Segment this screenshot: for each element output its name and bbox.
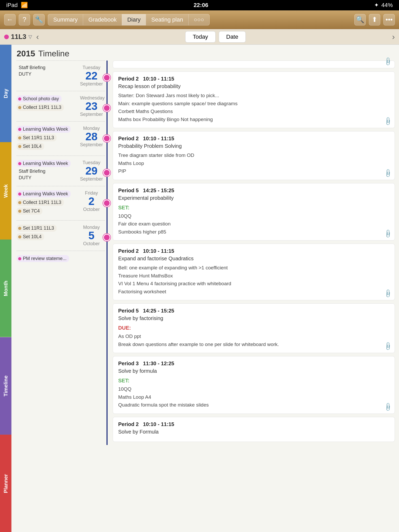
- lesson-card-oct2-2[interactable]: Period 3 11:30 - 12:25 Solve by formula …: [113, 356, 395, 414]
- year-label: 2015: [17, 49, 35, 58]
- lesson-title: Solve by factorising: [118, 315, 389, 321]
- date-section-inner-oct2: Learning Walks Week Collect 11R1 11L3 Se…: [11, 186, 105, 220]
- date-section-inner-oct5: Set 11R1 11L3 Set 10L4 Monday 5 October: [11, 221, 105, 251]
- lesson-title: Solve by formula: [118, 368, 389, 374]
- event-learning-walks-3: Learning Walks Week: [17, 190, 71, 197]
- left-events-sep28: Learning Walks Week Set 11R1 11L3 Set 10…: [11, 122, 79, 156]
- date-label-sep22: Tuesday 22 September: [79, 61, 104, 91]
- date-button[interactable]: Date: [219, 31, 246, 43]
- date-section-sep29: Learning Walks Week Staff Briefing DUTY: [11, 156, 105, 186]
- search-button[interactable]: 🔍: [354, 14, 366, 25]
- status-bar: iPad 📶 22:06 ✦ 44%: [0, 0, 399, 10]
- event-label: Set 11R1 11L3: [23, 225, 54, 231]
- next-button[interactable]: ›: [392, 32, 395, 42]
- dot-tan: [18, 227, 21, 230]
- lesson-period: Period 2 10:10 - 11:15: [118, 421, 389, 427]
- lesson-card-partial: 📎: [113, 61, 395, 68]
- sidebar-item-timeline[interactable]: Timeline: [0, 337, 11, 435]
- timeline-dot-oct5: [103, 234, 110, 241]
- set-label: SET:: [118, 204, 389, 211]
- timeline-body: Staff Briefing DUTY Tuesday 22 September: [11, 61, 399, 445]
- lesson-body: Bell: one example of expanding with >1 c…: [118, 264, 389, 295]
- help-button[interactable]: ?: [19, 14, 30, 25]
- tab-gradebook[interactable]: Gradebook: [83, 14, 122, 25]
- date-label-oct5: Monday 5 October: [79, 221, 104, 251]
- lesson-period: Period 5 14:25 - 15:25: [118, 308, 389, 314]
- date-section-oct5: Set 11R1 11L3 Set 10L4 Monday 5 October: [11, 220, 105, 251]
- due-label: DUE:: [118, 324, 389, 332]
- lesson-card-sep22-1[interactable]: Period 2 10:10 - 11:15 Recap lesson of p…: [113, 71, 395, 128]
- overflow-button[interactable]: •••: [383, 14, 395, 25]
- dot-tan: [18, 145, 21, 148]
- event-label: DUTY: [19, 175, 31, 181]
- date-section-sep22: Staff Briefing DUTY Tuesday 22 September: [11, 61, 105, 91]
- lesson-title: Solve by Formula: [118, 429, 389, 435]
- tab-seating-plan[interactable]: Seating plan: [146, 14, 188, 25]
- event-label: Set 10L4: [23, 234, 42, 240]
- tab-diary[interactable]: Diary: [122, 14, 146, 25]
- set-label: SET:: [118, 377, 389, 384]
- timeline-dot-sep29: [103, 169, 110, 176]
- tab-summary[interactable]: Summary: [48, 14, 83, 25]
- date-section-inner-sep23: School photo day Collect 11R1 11L3 Wedne…: [11, 91, 105, 121]
- lesson-card-oct5-1[interactable]: Period 2 10:10 - 11:15 Solve by Formula: [113, 417, 395, 442]
- status-left: iPad 📶: [6, 2, 28, 9]
- lesson-period: Period 2 10:10 - 11:15: [118, 136, 389, 142]
- lesson-card-sep28-1[interactable]: Period 5 14:25 - 15:25 Experimental prob…: [113, 183, 395, 241]
- event-label: Collect 11R1 11L3: [23, 200, 61, 205]
- event-set-11r1: Set 11R1 11L3: [17, 134, 57, 141]
- lesson-card-sep29-1[interactable]: Period 2 10:10 - 11:15 Expand and factor…: [113, 244, 395, 300]
- tab-more[interactable]: ○○○: [188, 14, 210, 25]
- event-pm-review: PM review stateme...: [17, 255, 69, 262]
- date-section-inner-pm: PM review stateme...: [11, 251, 105, 272]
- battery-label: 44%: [381, 2, 393, 9]
- event-learning-walks: Learning Walks Week: [17, 126, 71, 133]
- date-section-inner-sep29: Learning Walks Week Staff Briefing DUTY: [11, 156, 105, 186]
- date-section-sep23: School photo day Collect 11R1 11L3 Wedne…: [11, 91, 105, 121]
- lesson-card-sep22-2[interactable]: Period 2 10:10 - 11:15 Probability Probl…: [113, 131, 395, 180]
- sidebar-item-planner[interactable]: Planner: [0, 435, 11, 532]
- event-collect-2: Collect 11R1 11L3: [17, 199, 64, 206]
- status-right: ✦ 44%: [374, 2, 393, 9]
- dot-tan: [18, 201, 21, 204]
- event-label: School photo day: [23, 96, 59, 102]
- sidebar-item-day[interactable]: Day: [0, 45, 11, 142]
- timeline-dot-sep23: [103, 104, 110, 112]
- class-label: 11L3: [11, 33, 26, 41]
- event-staff-briefing: Staff Briefing: [17, 65, 77, 70]
- year-header: 2015Timeline: [11, 45, 399, 61]
- date-label-oct2: Friday 2 October: [79, 186, 104, 216]
- event-staff-briefing-2: Staff Briefing: [17, 169, 77, 174]
- prev-button[interactable]: ‹: [36, 32, 39, 42]
- lesson-period: Period 2 10:10 - 11:15: [118, 76, 389, 82]
- back-button[interactable]: ←: [4, 14, 16, 25]
- event-label: PM review stateme...: [23, 256, 66, 261]
- nav-tabs: Summary Gradebook Diary Seating plan ○○○: [48, 14, 210, 25]
- event-set-7c4: Set 7C4: [17, 208, 42, 215]
- sub-nav: 11L3 ▽ ‹ Today Date ›: [0, 29, 399, 45]
- lesson-title: Recap lesson of probability: [118, 83, 389, 89]
- sidebar-item-month[interactable]: Month: [0, 240, 11, 337]
- bluetooth-icon: ✦: [374, 2, 379, 9]
- event-label: Set 10L4: [23, 144, 42, 149]
- date-label-sep28: Monday 28 September: [79, 122, 104, 152]
- lesson-body: DUE: As OD ppt Break down questions afte…: [118, 324, 389, 348]
- lesson-body: SET: 10QQ Maths Loop A4 Quadratic formul…: [118, 377, 389, 409]
- event-label: Set 11R1 11L3: [23, 135, 54, 141]
- lesson-title: Experimental probability: [118, 195, 389, 201]
- share-button[interactable]: ⬆: [369, 14, 380, 25]
- left-events-sep22: Staff Briefing DUTY: [11, 61, 79, 82]
- dot-pink: [18, 128, 21, 131]
- date-section-sep28: Learning Walks Week Set 11R1 11L3 Set 10…: [11, 121, 105, 156]
- lesson-card-oct2-1[interactable]: Period 5 14:25 - 15:25 Solve by factoris…: [113, 303, 395, 353]
- sidebar-item-week[interactable]: Week: [0, 142, 11, 240]
- timeline-dot-sep22: [103, 74, 110, 81]
- lesson-title: Expand and factorise Quadratics: [118, 256, 389, 262]
- class-badge: 11L3 ▽: [4, 33, 32, 41]
- today-button[interactable]: Today: [185, 31, 216, 43]
- dot-tan: [18, 106, 21, 109]
- date-section-inner: Staff Briefing DUTY Tuesday 22 September: [11, 61, 105, 91]
- settings-button[interactable]: 🔧: [33, 14, 45, 25]
- event-school-photo: School photo day: [17, 95, 62, 102]
- event-learning-walks-2: Learning Walks Week: [17, 160, 71, 167]
